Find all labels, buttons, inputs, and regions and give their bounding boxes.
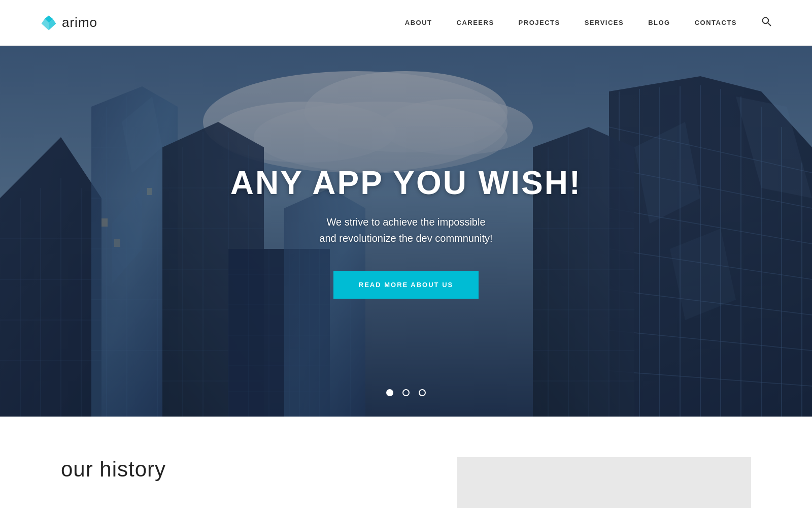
hero-section: ANY APP YOU WISH! We strive to achieve t… bbox=[0, 46, 812, 417]
carousel-dots bbox=[386, 389, 426, 396]
nav-about[interactable]: ABOUT bbox=[405, 19, 432, 26]
logo-text: arimo bbox=[62, 15, 97, 30]
history-title: our history bbox=[61, 457, 406, 482]
nav-projects[interactable]: PROJECTS bbox=[519, 19, 560, 26]
hero-cta-button[interactable]: READ MORE ABOUT US bbox=[333, 271, 479, 299]
hero-subtitle: We strive to achieve the impossible and … bbox=[230, 214, 582, 246]
nav-careers[interactable]: CAREERS bbox=[457, 19, 494, 26]
carousel-dot-1[interactable] bbox=[386, 389, 393, 396]
search-icon[interactable] bbox=[761, 16, 771, 29]
hero-subtitle-line1: We strive to achieve the impossible bbox=[326, 216, 485, 228]
hero-title: ANY APP YOU WISH! bbox=[230, 164, 582, 202]
nav-contacts[interactable]: CONTACTS bbox=[695, 19, 737, 26]
hero-content: ANY APP YOU WISH! We strive to achieve t… bbox=[230, 164, 582, 299]
history-section: our history bbox=[61, 457, 406, 482]
logo-icon bbox=[41, 15, 57, 31]
carousel-dot-2[interactable] bbox=[402, 389, 410, 396]
hero-subtitle-line2: and revolutionize the dev commnunity! bbox=[319, 233, 492, 244]
below-hero-section: our history bbox=[0, 417, 812, 508]
logo[interactable]: arimo bbox=[41, 15, 97, 31]
site-header: arimo ABOUT CAREERS PROJECTS SERVICES BL… bbox=[0, 0, 812, 46]
svg-line-5 bbox=[768, 23, 770, 25]
carousel-dot-3[interactable] bbox=[419, 389, 426, 396]
nav-services[interactable]: SERVICES bbox=[585, 19, 624, 26]
nav-blog[interactable]: BLOG bbox=[648, 19, 670, 26]
history-image-placeholder bbox=[457, 457, 751, 508]
main-nav: ABOUT CAREERS PROJECTS SERVICES BLOG CON… bbox=[405, 16, 771, 29]
